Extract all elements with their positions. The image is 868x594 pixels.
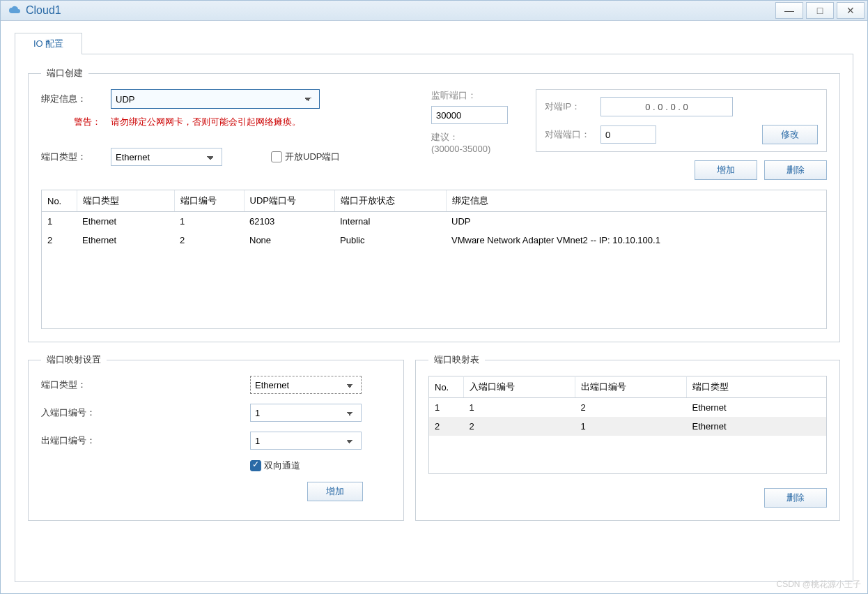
warning-text: 请勿绑定公网网卡，否则可能会引起网络瘫痪。 <box>111 116 301 128</box>
window-title: Cloud1 <box>26 4 775 17</box>
maximize-button[interactable]: □ <box>806 2 834 19</box>
port-delete-button[interactable]: 删除 <box>764 160 827 180</box>
bind-info-label: 绑定信息： <box>41 93 111 105</box>
open-udp-label: 开放UDP端口 <box>285 151 340 163</box>
suggest-range: (30000-35000) <box>431 144 536 154</box>
mcol-no: No. <box>429 376 464 398</box>
col-type: 端口类型 <box>77 190 174 212</box>
mcol-in: 入端口编号 <box>464 376 575 398</box>
tab-pane: 端口创建 绑定信息： UDP 警告： 请勿绑定公网网卡，否则可能会引起网络瘫痪。 <box>15 54 853 582</box>
tab-bar: IO 配置 <box>15 32 853 54</box>
mcol-out: 出端口编号 <box>575 376 687 398</box>
port-type-label: 端口类型： <box>41 151 111 163</box>
mcol-type: 端口类型 <box>687 376 827 398</box>
peer-ip-label: 对端IP： <box>545 100 600 113</box>
table-row[interactable]: 1 1 2 Ethernet <box>429 398 827 418</box>
warning-label: 警告： <box>41 116 111 128</box>
table-row[interactable] <box>429 455 827 474</box>
table-row[interactable]: 1 Ethernet 1 62103 Internal UDP <box>42 212 826 231</box>
tab-io-config[interactable]: IO 配置 <box>15 33 82 54</box>
map-in-label: 入端口编号： <box>41 406 250 419</box>
titlebar: Cloud1 — □ ✕ <box>1 1 867 21</box>
app-cloud-icon <box>8 3 22 17</box>
modify-button[interactable]: 修改 <box>762 125 818 144</box>
port-map-set-legend: 端口映射设置 <box>41 353 107 366</box>
listen-port-label: 监听端口： <box>431 89 536 102</box>
window-controls: — □ ✕ <box>775 2 865 19</box>
col-pno: 端口编号 <box>174 190 244 212</box>
map-port-type-select[interactable]: Ethernet <box>250 376 362 394</box>
col-open: 端口开放状态 <box>334 190 446 212</box>
table-row[interactable] <box>429 436 827 455</box>
map-in-select[interactable]: 1 <box>250 404 362 422</box>
map-delete-button[interactable]: 删除 <box>764 488 827 508</box>
peer-port-label: 对端端口： <box>545 128 600 141</box>
col-no: No. <box>42 190 77 212</box>
port-create-group: 端口创建 绑定信息： UDP 警告： 请勿绑定公网网卡，否则可能会引起网络瘫痪。 <box>28 67 840 342</box>
bidir-checkbox[interactable] <box>250 460 261 471</box>
port-type-select[interactable]: Ethernet <box>111 148 222 166</box>
map-out-select[interactable]: 1 <box>250 432 362 450</box>
suggest-label: 建议： <box>431 131 536 144</box>
port-map-table: No. 入端口编号 出端口编号 端口类型 1 1 2 Ethernet <box>428 376 827 474</box>
close-button[interactable]: ✕ <box>837 2 865 19</box>
col-bind: 绑定信息 <box>446 190 826 212</box>
col-udp: UDP端口号 <box>244 190 334 212</box>
open-udp-checkbox[interactable] <box>271 151 282 162</box>
map-port-type-label: 端口类型： <box>41 379 250 391</box>
peer-port-input[interactable] <box>600 125 656 144</box>
port-table: No. 端口类型 端口编号 UDP端口号 端口开放状态 绑定信息 1 Ether… <box>42 190 826 250</box>
table-row[interactable]: 2 2 1 Ethernet <box>429 417 827 436</box>
app-window: Cloud1 — □ ✕ IO 配置 端口创建 绑定信息： UDP <box>0 0 868 594</box>
port-map-set-group: 端口映射设置 端口类型： Ethernet 入端口编号： 1 出端口编号： 1 <box>28 353 404 521</box>
content-area: IO 配置 端口创建 绑定信息： UDP 警告： 请勿绑定公网网卡，否则可能会引 <box>1 21 867 593</box>
bidir-label: 双向通道 <box>264 459 300 472</box>
peer-box: 对端IP： 0 . 0 . 0 . 0 对端端口： 修改 <box>536 89 827 152</box>
port-map-table-group: 端口映射表 No. 入端口编号 出端口编号 端口类型 1 1 <box>415 353 840 521</box>
listen-port-input[interactable] <box>431 106 508 124</box>
port-table-wrapper: No. 端口类型 端口编号 UDP端口号 端口开放状态 绑定信息 1 Ether… <box>41 190 827 329</box>
table-row[interactable]: 2 Ethernet 2 None Public VMware Network … <box>42 231 826 250</box>
port-add-button[interactable]: 增加 <box>695 160 757 180</box>
port-map-table-legend: 端口映射表 <box>428 353 485 366</box>
peer-ip-input[interactable]: 0 . 0 . 0 . 0 <box>600 97 733 116</box>
watermark: CSDN @桃花源小王子 <box>776 579 861 591</box>
port-create-legend: 端口创建 <box>41 67 88 79</box>
bind-info-select[interactable]: UDP <box>111 89 320 109</box>
map-out-label: 出端口编号： <box>41 434 250 447</box>
map-add-button[interactable]: 增加 <box>307 482 363 501</box>
minimize-button[interactable]: — <box>775 2 803 19</box>
